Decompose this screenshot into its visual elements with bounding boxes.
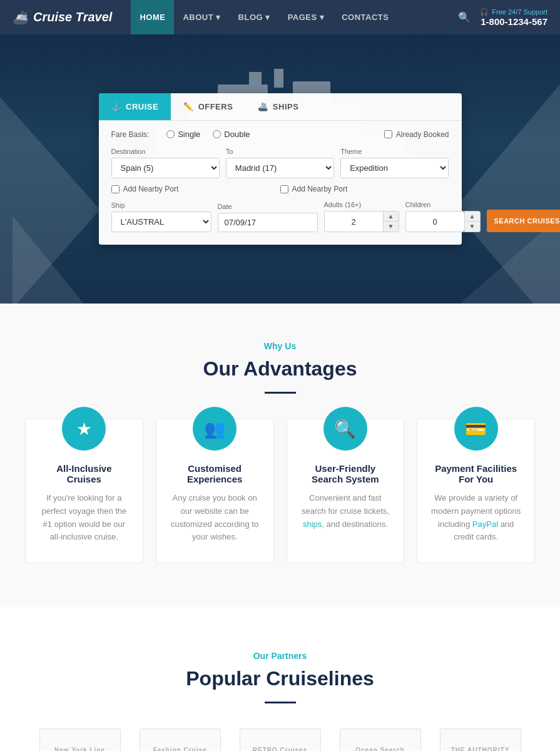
- ship-icon: 🚢: [258, 102, 268, 111]
- theme-label: Theme: [340, 148, 449, 155]
- nav-home[interactable]: HOME: [131, 0, 174, 34]
- ship-row: Ship L'AUSTRAL Date Adults (16+) ▲: [111, 201, 449, 232]
- card-4-title: Payment Facilities For You: [430, 463, 522, 484]
- nav-blog[interactable]: BLOG ▾: [230, 0, 279, 34]
- theme-field: Theme Expedition: [340, 148, 449, 178]
- adults-increment[interactable]: ▲: [384, 212, 399, 222]
- search-tabs: ⚓ CRUISE ✏️ OFFERS 🚢 SHIPS: [99, 93, 462, 121]
- nav-links: HOME ABOUT ▾ BLOG ▾ PAGES ▾ CONTACTS: [131, 0, 458, 34]
- date-label: Date: [218, 203, 318, 210]
- ships-link[interactable]: ships: [303, 519, 322, 529]
- card-2-text: Any cruise you book on our website can b…: [169, 492, 261, 544]
- children-label: Children: [405, 201, 481, 208]
- card-icon-search: 🔍: [323, 407, 367, 451]
- pencil-icon: ✏️: [183, 102, 194, 111]
- card-payment: 💳 Payment Facilities For You We provide …: [417, 419, 535, 563]
- tab-offers[interactable]: ✏️ OFFERS: [171, 93, 245, 120]
- paypal-link[interactable]: PayPal: [472, 519, 498, 529]
- partner-1: New York Line: [39, 728, 121, 751]
- to-select[interactable]: Madrid (17): [226, 158, 334, 178]
- children-increment[interactable]: ▲: [465, 212, 480, 222]
- tab-cruise[interactable]: ⚓ CRUISE: [99, 93, 171, 120]
- card-icon-star: ★: [62, 407, 106, 451]
- nearby-port-destination[interactable]: Add Nearby Port: [111, 185, 280, 193]
- tab-ships[interactable]: 🚢 SHIPS: [245, 93, 311, 120]
- advantages-subtitle: Why Us: [25, 341, 535, 351]
- card-3-text: Convenient and fast search for cruise ti…: [300, 492, 392, 531]
- fare-double-radio[interactable]: [213, 130, 221, 138]
- search-icon[interactable]: 🔍: [458, 11, 471, 23]
- destination-label: Destination: [111, 148, 220, 155]
- adults-decrement[interactable]: ▼: [384, 222, 399, 232]
- chevron-down-icon: ▾: [320, 13, 325, 22]
- card-icon-payment: 💳: [454, 407, 498, 451]
- card-1-text: If you're looking for a perfect voyage t…: [38, 492, 130, 544]
- chevron-down-icon: ▾: [216, 13, 221, 22]
- children-field: Children ▲ ▼: [405, 201, 481, 232]
- partner-2: Fashion Cruise: [140, 728, 221, 751]
- svg-rect-4: [249, 72, 262, 88]
- fare-single-option[interactable]: Single: [166, 130, 200, 139]
- card-2-title: Customised Experiences: [169, 463, 261, 484]
- card-3-title: User-Friendly Search System: [300, 463, 392, 484]
- anchor-icon: ⚓: [111, 102, 122, 111]
- partner-3: RETRO Cruises: [240, 728, 321, 751]
- partners-section: Our Partners Popular Cruiselines New Yor…: [0, 607, 560, 751]
- to-label: To: [226, 148, 334, 155]
- partners-title: Popular Cruiselines: [25, 667, 535, 690]
- nav-support: 🎧 Free 24/7 Support 1-800-1234-567: [480, 8, 547, 27]
- nav-about[interactable]: ABOUT ▾: [174, 0, 229, 34]
- date-input[interactable]: [218, 213, 318, 232]
- nav-right: 🔍 🎧 Free 24/7 Support 1-800-1234-567: [458, 8, 547, 27]
- children-spinner-btns: ▲ ▼: [464, 212, 480, 232]
- fare-single-radio[interactable]: [166, 130, 175, 138]
- date-field: Date: [218, 203, 318, 232]
- adults-spinner-btns: ▲ ▼: [383, 212, 399, 232]
- card-1-title: All-Inclusive Cruises: [38, 463, 130, 484]
- theme-select[interactable]: Expedition: [340, 158, 449, 178]
- nearby-port-row: Add Nearby Port Add Nearby Port: [111, 185, 449, 201]
- to-field: To Madrid (17): [226, 148, 334, 178]
- fare-label: Fare Basis:: [111, 130, 150, 139]
- nearby-port-to[interactable]: Add Nearby Port: [280, 185, 449, 193]
- children-input[interactable]: [406, 212, 464, 232]
- card-customised: 👥 Customised Experiences Any cruise you …: [156, 419, 274, 563]
- hero-section: ⚓ CRUISE ✏️ OFFERS 🚢 SHIPS Fare Basis: S…: [0, 34, 560, 304]
- partners-divider: [265, 702, 296, 703]
- adults-spinner: ▲ ▼: [324, 211, 399, 232]
- navbar: 🚢 Cruise Travel HOME ABOUT ▾ BLOG ▾ PAGE…: [0, 0, 560, 34]
- partners-logos: New York Line Fashion Cruise RETRO Cruis…: [25, 728, 535, 751]
- adults-field: Adults (16+) ▲ ▼: [324, 201, 399, 232]
- advantages-title: Our Advantages: [25, 357, 535, 381]
- search-cruises-button[interactable]: SEARCH CRUISES: [487, 210, 561, 232]
- nearby-port-to-input[interactable]: [280, 185, 288, 193]
- card-search: 🔍 User-Friendly Search System Convenient…: [287, 419, 405, 563]
- decoration-triangle-bottom-left: [13, 216, 94, 304]
- nav-pages[interactable]: PAGES ▾: [279, 0, 333, 34]
- ship-label: Ship: [111, 202, 211, 209]
- already-booked-input[interactable]: [384, 130, 392, 138]
- nearby-port-dest-input[interactable]: [111, 185, 120, 193]
- fare-row: Fare Basis: Single Double Already Booked: [111, 130, 449, 139]
- logo-ship-icon: 🚢: [13, 10, 28, 25]
- card-all-inclusive: ★ All-Inclusive Cruises If you're lookin…: [25, 419, 143, 563]
- adults-input[interactable]: [325, 212, 383, 232]
- phone-number[interactable]: 1-800-1234-567: [481, 16, 547, 27]
- partner-5: THE AUTHORITY: [440, 728, 521, 751]
- support-text: Free 24/7 Support: [492, 8, 547, 16]
- destination-field: Destination Spain (5): [111, 148, 220, 178]
- form-body: Fare Basis: Single Double Already Booked…: [99, 121, 462, 232]
- card-icon-users: 👥: [193, 407, 237, 451]
- headset-icon: 🎧: [480, 8, 489, 16]
- advantages-section: Why Us Our Advantages ★ All-Inclusive Cr…: [0, 304, 560, 607]
- children-decrement[interactable]: ▼: [465, 222, 480, 232]
- ship-select[interactable]: L'AUSTRAL: [111, 212, 211, 232]
- nav-contacts[interactable]: CONTACTS: [333, 0, 397, 34]
- adults-label: Adults (16+): [324, 201, 399, 208]
- destination-select[interactable]: Spain (5): [111, 158, 220, 178]
- fare-double-option[interactable]: Double: [213, 130, 250, 139]
- logo[interactable]: 🚢 Cruise Travel: [13, 10, 112, 25]
- children-spinner: ▲ ▼: [405, 211, 481, 232]
- svg-rect-5: [274, 69, 283, 88]
- already-booked-checkbox[interactable]: Already Booked: [384, 130, 449, 139]
